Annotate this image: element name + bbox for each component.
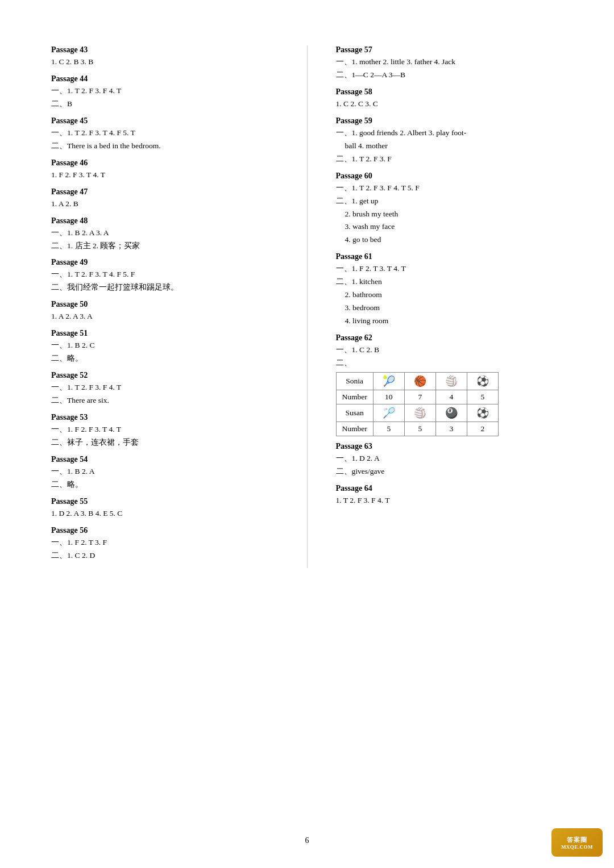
passage-60-title: Passage 60 xyxy=(336,172,563,181)
sonia-num1: 10 xyxy=(373,390,404,404)
passage-45-title: Passage 45 xyxy=(51,116,279,126)
passage-49-line1: 一、1. T 2. F 3. T 4. F 5. F xyxy=(51,268,279,281)
susan-label: Susan xyxy=(336,404,373,422)
passage-62: Passage 62 一、1. C 2. B 二、 Sonia 🎾 🏀 🏐 ⚽ … xyxy=(336,333,563,436)
basketball-icon-cell: 🏀 xyxy=(404,372,435,390)
passage-52-line2: 二、There are six. xyxy=(51,394,279,407)
passage-56-line2: 二、1. C 2. D xyxy=(51,549,279,562)
passage-53: Passage 53 一、1. F 2. F 3. T 4. T 二、袜子，连衣… xyxy=(51,413,279,449)
passage-51: Passage 51 一、1. B 2. C 二、略。 xyxy=(51,329,279,365)
billiard-icon: 🎱 xyxy=(445,407,458,419)
passage-51-line1: 一、1. B 2. C xyxy=(51,339,279,352)
passage-43-line1: 1. C 2. B 3. B xyxy=(51,56,279,69)
passage-53-line1: 一、1. F 2. F 3. T 4. T xyxy=(51,423,279,436)
passage-57-title: Passage 57 xyxy=(336,45,563,55)
passage-60-line2: 二、1. get up xyxy=(336,195,563,208)
passage-59-line3: 二、1. T 2. F 3. F xyxy=(336,153,563,166)
sports-table: Sonia 🎾 🏀 🏐 ⚽ Number 10 7 4 5 Sus xyxy=(336,372,499,436)
passage-64-title: Passage 64 xyxy=(336,484,563,493)
passage-61-line2: 二、1. kitchen xyxy=(336,276,563,289)
passage-51-line2: 二、略。 xyxy=(51,352,279,365)
passage-49: Passage 49 一、1. T 2. F 3. T 4. F 5. F 二、… xyxy=(51,258,279,294)
passage-51-title: Passage 51 xyxy=(51,329,279,338)
passage-55: Passage 55 1. D 2. A 3. B 4. E 5. C xyxy=(51,497,279,520)
passage-62-line1: 一、1. C 2. B xyxy=(336,344,563,357)
table-row-sonia-numbers: Number 10 7 4 5 xyxy=(336,390,498,404)
tennis-icon-cell: 🎾 xyxy=(373,372,404,390)
passage-45-line2: 二、There is a bed in the bedroom. xyxy=(51,140,279,153)
passage-62-line2: 二、 xyxy=(336,357,563,370)
passage-60-line3: 2. brush my teeth xyxy=(345,208,563,221)
passage-55-line1: 1. D 2. A 3. B 4. E 5. C xyxy=(51,507,279,520)
passage-43-title: Passage 43 xyxy=(51,45,279,55)
passage-63-title: Passage 63 xyxy=(336,442,563,451)
passage-64-line1: 1. T 2. F 3. F 4. T xyxy=(336,494,563,507)
passage-49-title: Passage 49 xyxy=(51,258,279,267)
passage-64: Passage 64 1. T 2. F 3. F 4. T xyxy=(336,484,563,507)
passage-56-title: Passage 56 xyxy=(51,526,279,535)
main-content: Passage 43 1. C 2. B 3. B Passage 44 一、1… xyxy=(51,45,563,568)
passage-60: Passage 60 一、1. T 2. F 3. F 4. T 5. F 二、… xyxy=(336,172,563,247)
page: Passage 43 1. C 2. B 3. B Passage 44 一、1… xyxy=(0,0,614,868)
passage-45-line1: 一、1. T 2. F 3. T 4. F 5. T xyxy=(51,127,279,140)
passage-44-line1: 一、1. T 2. F 3. F 4. T xyxy=(51,85,279,98)
volleyball-icon: 🏐 xyxy=(445,375,458,387)
susan-num2: 5 xyxy=(404,422,435,436)
passage-48-line2: 二、1. 店主 2. 顾客；买家 xyxy=(51,240,279,253)
table-row-susan-numbers: Number 5 5 3 2 xyxy=(336,422,498,436)
passage-49-line2: 二、我们经常一起打篮球和踢足球。 xyxy=(51,281,279,294)
soccer-icon-cell-sonia: ⚽ xyxy=(467,372,498,390)
sonia-num2: 7 xyxy=(404,390,435,404)
volleyball-icon-cell-sonia: 🏐 xyxy=(435,372,467,390)
soccer-icon-cell-susan: ⚽ xyxy=(467,404,498,422)
passage-60-line1: 一、1. T 2. F 3. F 4. T 5. F xyxy=(336,182,563,195)
passage-58-title: Passage 58 xyxy=(336,87,563,97)
passage-57: Passage 57 一、1. mother 2. little 3. fath… xyxy=(336,45,563,82)
susan-num3: 3 xyxy=(435,422,467,436)
passage-50-line1: 1. A 2. A 3. A xyxy=(51,310,279,323)
passage-52-line1: 一、1. T 2. F 3. F 4. T xyxy=(51,381,279,394)
passage-46-line1: 1. F 2. F 3. T 4. T xyxy=(51,169,279,182)
passage-52-title: Passage 52 xyxy=(51,371,279,380)
passage-43: Passage 43 1. C 2. B 3. B xyxy=(51,45,279,69)
passage-55-title: Passage 55 xyxy=(51,497,279,506)
passage-48-title: Passage 48 xyxy=(51,216,279,226)
passage-47-title: Passage 47 xyxy=(51,187,279,197)
page-number: 6 xyxy=(305,836,309,845)
susan-num1: 5 xyxy=(373,422,404,436)
passage-46-title: Passage 46 xyxy=(51,158,279,168)
passage-48: Passage 48 一、1. B 2. A 3. A 二、1. 店主 2. 顾… xyxy=(51,216,279,253)
passage-59: Passage 59 一、1. good friends 2. Albert 3… xyxy=(336,116,563,166)
passage-61: Passage 61 一、1. F 2. T 3. T 4. T 二、1. ki… xyxy=(336,252,563,328)
passage-50: Passage 50 1. A 2. A 3. A xyxy=(51,300,279,323)
table-row-susan: Susan 🏸 🏐 🎱 ⚽ xyxy=(336,404,498,422)
tennis-icon: 🎾 xyxy=(383,375,395,387)
passage-53-line2: 二、袜子，连衣裙，手套 xyxy=(51,436,279,449)
passage-53-title: Passage 53 xyxy=(51,413,279,422)
number-label-susan: Number xyxy=(336,422,373,436)
watermark-top: 答案圈 xyxy=(567,836,587,844)
passage-47: Passage 47 1. A 2. B xyxy=(51,187,279,211)
passage-56-line1: 一、1. F 2. T 3. F xyxy=(51,536,279,549)
passage-61-title: Passage 61 xyxy=(336,252,563,261)
passage-54-line2: 二、略。 xyxy=(51,478,279,491)
passage-54-title: Passage 54 xyxy=(51,455,279,464)
sonia-num4: 5 xyxy=(467,390,498,404)
basketball-icon: 🏀 xyxy=(414,375,426,387)
passage-48-line1: 一、1. B 2. A 3. A xyxy=(51,227,279,240)
passage-58: Passage 58 1. C 2. C 3. C xyxy=(336,87,563,111)
passage-61-line1: 一、1. F 2. T 3. T 4. T xyxy=(336,262,563,276)
passage-52: Passage 52 一、1. T 2. F 3. F 4. T 二、There… xyxy=(51,371,279,407)
sonia-label: Sonia xyxy=(336,372,373,390)
passage-56: Passage 56 一、1. F 2. T 3. F 二、1. C 2. D xyxy=(51,526,279,562)
volleyball-icon-cell-susan: 🏐 xyxy=(404,404,435,422)
passage-47-line1: 1. A 2. B xyxy=(51,198,279,211)
soccer-icon-susan: ⚽ xyxy=(476,407,489,419)
watermark: 答案圈 MXQE.COM xyxy=(551,828,603,857)
volleyball-icon-susan: 🏐 xyxy=(414,407,426,419)
passage-54: Passage 54 一、1. B 2. A 二、略。 xyxy=(51,455,279,491)
soccer-icon-sonia: ⚽ xyxy=(476,375,489,387)
passage-44: Passage 44 一、1. T 2. F 3. F 4. T 二、B xyxy=(51,74,279,111)
passage-54-line1: 一、1. B 2. A xyxy=(51,465,279,478)
passage-57-line2: 二、1—C 2—A 3—B xyxy=(336,69,563,82)
